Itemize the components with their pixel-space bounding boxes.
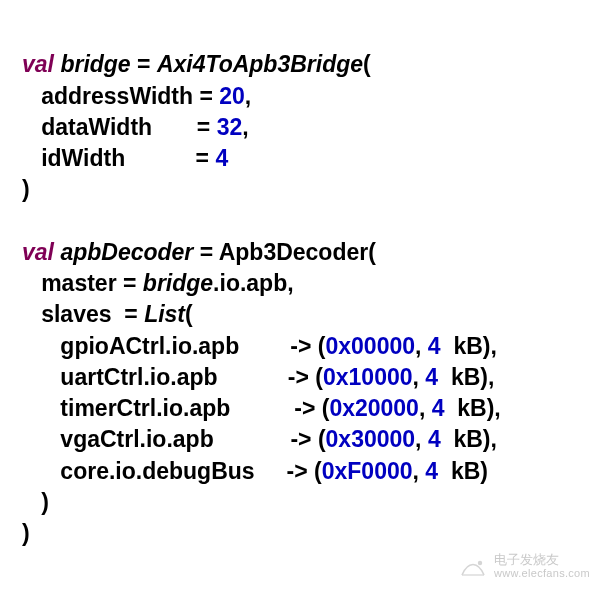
slave-obj: uartCtrl	[60, 364, 143, 390]
line: slaves = List(	[22, 301, 193, 327]
keyword-val: val	[22, 51, 54, 77]
slave-addr: 0xF0000	[322, 458, 413, 484]
line: )	[22, 520, 30, 546]
line: )	[22, 176, 30, 202]
val-addressWidth: 20	[219, 83, 245, 109]
line: addressWidth = 20,	[22, 83, 251, 109]
slave-obj: timerCtrl	[60, 395, 156, 421]
slave-suffix: .io.apb	[165, 333, 239, 359]
line: timerCtrl.io.apb -> (0x20000, 4 kB),	[22, 395, 501, 421]
slave-size: 4	[432, 395, 445, 421]
watermark-url: www.elecfans.com	[494, 567, 590, 579]
slave-suffix: .io.debugBus	[109, 458, 255, 484]
var-bridge: bridge	[60, 51, 130, 77]
slave-size: 4	[428, 426, 441, 452]
line: vgaCtrl.io.apb -> (0x30000, 4 kB),	[22, 426, 497, 452]
watermark-cn: 电子发烧友	[494, 553, 590, 567]
var-apbDecoder: apbDecoder	[60, 239, 193, 265]
slave-addr: 0x30000	[326, 426, 416, 452]
slave-addr: 0x10000	[323, 364, 413, 390]
line: idWidth = 4	[22, 145, 228, 171]
type-bridge: Axi4ToApb3Bridge	[157, 51, 363, 77]
slave-suffix: .io.apb	[140, 426, 214, 452]
param-slaves: slaves	[41, 301, 111, 327]
slave-size: 4	[428, 333, 441, 359]
param-idWidth: idWidth	[41, 145, 125, 171]
keyword-val: val	[22, 239, 54, 265]
slave-unit: kB	[451, 364, 480, 390]
slave-obj: gpioACtrl	[60, 333, 165, 359]
line: dataWidth = 32,	[22, 114, 249, 140]
slave-size: 4	[425, 364, 438, 390]
watermark: 电子发烧友 www.elecfans.com	[458, 551, 590, 581]
line: )	[22, 489, 49, 515]
type-list: List	[144, 301, 185, 327]
slave-obj: core	[60, 458, 109, 484]
val-dataWidth: 32	[217, 114, 243, 140]
slave-suffix: .io.apb	[156, 395, 230, 421]
slave-addr: 0x20000	[329, 395, 419, 421]
line: gpioACtrl.io.apb -> (0x00000, 4 kB),	[22, 333, 497, 359]
slave-unit: kB	[451, 458, 480, 484]
svg-point-0	[478, 561, 482, 565]
type-decoder: Apb3Decoder	[219, 239, 369, 265]
slave-unit: kB	[453, 333, 482, 359]
slave-unit: kB	[457, 395, 486, 421]
slave-obj: vgaCtrl	[60, 426, 139, 452]
line: uartCtrl.io.apb -> (0x10000, 4 kB),	[22, 364, 494, 390]
watermark-icon	[458, 551, 488, 581]
code-block: val bridge = Axi4ToApb3Bridge( addressWi…	[0, 0, 600, 560]
slave-suffix: .io.apb	[143, 364, 217, 390]
val-idWidth: 4	[215, 145, 228, 171]
watermark-text: 电子发烧友 www.elecfans.com	[494, 553, 590, 579]
line: val apbDecoder = Apb3Decoder(	[22, 239, 376, 265]
param-addressWidth: addressWidth	[41, 83, 193, 109]
slave-size: 4	[425, 458, 438, 484]
slave-addr: 0x00000	[326, 333, 416, 359]
line: val bridge = Axi4ToApb3Bridge(	[22, 51, 371, 77]
param-master: master	[41, 270, 116, 296]
slave-unit: kB	[453, 426, 482, 452]
line: core.io.debugBus -> (0xF0000, 4 kB)	[22, 458, 488, 484]
param-dataWidth: dataWidth	[41, 114, 152, 140]
member-io-apb: .io.apb	[213, 270, 287, 296]
blank-line	[22, 208, 28, 234]
line: master = bridge.io.apb,	[22, 270, 294, 296]
ref-bridge: bridge	[143, 270, 213, 296]
